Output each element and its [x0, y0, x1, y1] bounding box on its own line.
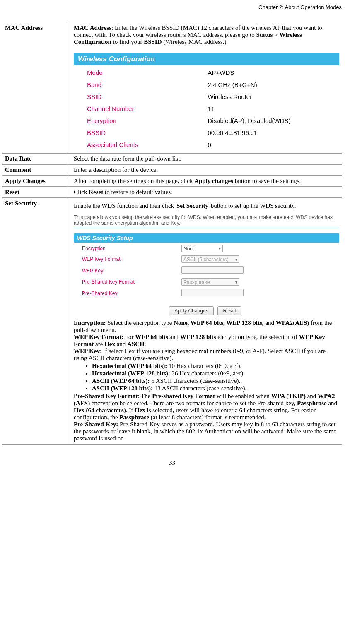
wc-channel-label: Channel Number — [75, 103, 206, 114]
psk-paragraph: Pre-Shared Key: Pre-Shared-Key serves as… — [74, 421, 339, 442]
page-number: 33 — [2, 459, 342, 466]
wc-mode-value: AP+WDS — [207, 67, 339, 78]
row-apply-label: Apply Changes — [2, 175, 68, 187]
row-mac-address-label: MAC Address — [2, 23, 68, 153]
wc-ssid-label: SSID — [75, 91, 206, 102]
wds-security-table: Encryption None WEP Key Format ASCII (5 … — [74, 243, 339, 300]
wireless-config-table: ModeAP+WDS Band2.4 GHz (B+G+N) SSIDWirel… — [74, 66, 339, 151]
list-item: ASCII (WEP 64 bits): 5 ASCII characters … — [92, 377, 339, 384]
wep-key-format-paragraph: WEP Key Format: For WEP 64 bits and WEP … — [74, 334, 339, 348]
wds-psk-format-select: Passphrase — [181, 278, 239, 286]
apply-changes-button[interactable]: Apply Changes — [169, 306, 213, 315]
wds-divider — [74, 228, 339, 228]
row-comment-desc: Enter a description for the device. — [68, 164, 342, 175]
wds-encryption-label: Encryption — [75, 243, 180, 253]
psk-format-paragraph: Pre-Shared Key Format: The Pre-shared Ke… — [74, 393, 339, 421]
encryption-paragraph: Encryption: Select the encryption type N… — [74, 320, 339, 334]
mac-address-term: MAC Address — [74, 24, 111, 31]
row-set-security-desc: Enable the WDS function and then click S… — [68, 198, 342, 444]
running-header: Chapter 2: About Operation Modes — [2, 4, 342, 10]
row-reset-label: Reset — [2, 187, 68, 198]
wep-key-bullets: Hexadecimal (WEP 64 bits): 10 Hex charac… — [74, 363, 339, 392]
wds-psk-input — [181, 289, 244, 296]
wc-band-value: 2.4 GHz (B+G+N) — [207, 79, 339, 90]
row-comment-label: Comment — [2, 164, 68, 175]
wc-clients-label: Associated Clients — [75, 139, 206, 150]
wc-channel-value: 11 — [207, 103, 339, 114]
wc-encryption-label: Encryption — [75, 115, 206, 126]
definitions-table: MAC Address MAC Address: Enter the Wirel… — [2, 23, 342, 445]
list-item: Hexadecimal (WEP 64 bits): 10 Hex charac… — [92, 363, 339, 370]
row-apply-desc: After completing the settings on this pa… — [68, 175, 342, 187]
wc-bssid-label: BSSID — [75, 127, 206, 138]
wds-encryption-select[interactable]: None — [181, 245, 223, 252]
wc-clients-value: 0 — [207, 139, 339, 150]
wds-intro-text: This page allows you setup the wireless … — [74, 214, 339, 226]
wds-psk-label: Pre-Shared Key — [75, 288, 180, 299]
row-data-rate-label: Data Rate — [2, 153, 68, 164]
wds-security-header: WDS Security Setup — [74, 233, 339, 243]
row-mac-address-desc: MAC Address: Enter the Wireless BSSID (M… — [68, 23, 342, 153]
wc-band-label: Band — [75, 79, 206, 90]
wds-wep-format-label: WEP Key Format — [75, 254, 180, 264]
row-reset-desc: Click Reset to restore to default values… — [68, 187, 342, 198]
wc-mode-label: Mode — [75, 67, 206, 78]
set-security-boxed: Set Security — [176, 202, 209, 209]
wc-ssid-value: Wireless Router — [207, 91, 339, 102]
wep-key-paragraph: WEP Key: If select Hex if you are using … — [74, 348, 339, 362]
wds-psk-format-label: Pre-Shared Key Format — [75, 277, 180, 287]
wc-bssid-value: 00:e0:4c:81:96:c1 — [207, 127, 339, 138]
reset-button[interactable]: Reset — [217, 306, 241, 315]
wds-wep-key-input — [181, 266, 244, 274]
list-item: Hexadecimal (WEP 128 bits): 26 Hex chara… — [92, 370, 339, 377]
row-data-rate-desc: Select the data rate form the pull-down … — [68, 153, 342, 164]
wireless-config-header: Wireless Configuration — [74, 53, 339, 65]
wds-wep-key-label: WEP Key — [75, 265, 180, 276]
wc-encryption-value: Disabled(AP), Disabled(WDS) — [207, 115, 339, 126]
wds-wep-format-select: ASCII (5 characters) — [181, 255, 239, 263]
list-item: ASCII (WEP 128 bits): 13 ASCII character… — [92, 385, 339, 392]
row-set-security-label: Set Security — [2, 198, 68, 444]
